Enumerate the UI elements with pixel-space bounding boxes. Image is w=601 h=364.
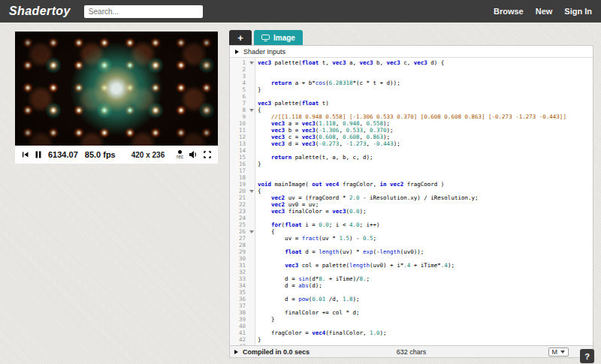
code-line: 27 uv = fract(uv * 1.5) - 0.5;	[230, 235, 593, 242]
code-line: 40	[230, 323, 593, 329]
code-line: 42}	[230, 336, 593, 343]
fold-gutter	[248, 66, 255, 73]
code-line: 21 vec2 uv = (fragCoord * 2.0 - iResolut…	[230, 194, 593, 201]
line-number: 15	[230, 154, 248, 161]
line-number: 17	[230, 167, 248, 174]
code-text: vec3 a = vec3(1.118, 0.948, 0.558);	[255, 120, 390, 127]
tab-add-shader-pass[interactable]: +	[229, 30, 252, 45]
nav-signin[interactable]: Sign In	[564, 7, 592, 16]
fullscreen-button[interactable]	[204, 151, 211, 158]
shader-inputs-label: Shader Inputs	[243, 48, 285, 56]
line-number: 3	[230, 73, 248, 80]
fold-gutter	[248, 113, 255, 120]
fold-gutter	[248, 161, 255, 167]
rewind-button[interactable]	[22, 151, 29, 158]
logo[interactable]: Shadertoy	[9, 5, 71, 18]
line-number: 37	[230, 302, 248, 309]
code-text: return a + b*cos(6.28318*(c * t + d));	[255, 80, 400, 86]
code-line: 6	[230, 93, 593, 100]
fold-gutter	[248, 336, 255, 343]
volume-button[interactable]	[189, 151, 198, 158]
fold-gutter	[248, 329, 255, 336]
code-line: 17	[230, 167, 593, 174]
code-text	[255, 289, 258, 296]
code-line: 34 d = abs(d);	[230, 282, 593, 289]
line-number: 10	[230, 120, 248, 127]
help-button[interactable]: ?	[580, 349, 594, 363]
code-line: 30	[230, 255, 593, 262]
line-number: 30	[230, 255, 248, 262]
code-text	[255, 73, 258, 80]
editor-panel: + Image Shader Inputs 1vec3 palette(floa…	[229, 30, 593, 358]
fold-gutter	[248, 235, 255, 242]
code-line: 22 vec2 uv0 = uv;	[230, 201, 593, 208]
fold-gutter[interactable]	[248, 59, 255, 66]
line-number: 33	[230, 275, 248, 282]
fold-gutter	[248, 127, 255, 134]
pause-button[interactable]	[35, 151, 41, 158]
code-text: vec3 d = vec3(-0.273, -1.273, -0.443);	[255, 140, 400, 147]
code-line: 25 for(float i = 0.0; i < 4.0; i++)	[230, 221, 593, 228]
code-text: for(float i = 0.0; i < 4.0; i++)	[255, 221, 380, 228]
code-text: //[[1.118 0.948 0.558] [-1.306 0.533 0.3…	[255, 113, 566, 120]
code-line: 14	[230, 147, 593, 154]
shader-canvas[interactable]	[15, 32, 218, 146]
editor-box: Shader Inputs 1vec3 palette(float t, vec…	[229, 45, 593, 358]
fold-gutter[interactable]	[248, 188, 255, 194]
fold-gutter	[248, 147, 255, 154]
player-panel: 6134.07 85.0 fps 420 x 236 rec	[15, 32, 218, 164]
code-text	[255, 93, 258, 100]
line-number: 31	[230, 262, 248, 269]
nav-new[interactable]: New	[536, 7, 553, 16]
code-text	[255, 167, 258, 174]
record-dot-icon	[178, 150, 182, 154]
monitor-icon	[261, 35, 270, 41]
line-number: 21	[230, 194, 248, 201]
code-line: 11 vec3 b = vec3(-1.306, 0.533, 0.370);	[230, 127, 593, 134]
line-number: 25	[230, 221, 248, 228]
search-input[interactable]	[84, 5, 203, 18]
mode-select[interactable]: M	[548, 347, 569, 356]
header-nav: Browse New Sign In	[494, 7, 592, 16]
code-text	[255, 215, 258, 221]
line-number: 34	[230, 282, 248, 289]
code-text: vec2 uv = (fragCoord * 2.0 - iResolution…	[255, 194, 479, 201]
line-number: 29	[230, 248, 248, 255]
fold-gutter[interactable]	[248, 107, 255, 113]
tab-image[interactable]: Image	[254, 30, 303, 45]
code-text: vec3 palette(float t, vec3 a, vec3 b, ve…	[255, 59, 444, 66]
line-number: 38	[230, 309, 248, 316]
code-lines: 1vec3 palette(float t, vec3 a, vec3 b, v…	[230, 59, 593, 345]
shader-inputs-toggle[interactable]: Shader Inputs	[230, 46, 593, 58]
code-line: 9 //[[1.118 0.948 0.558] [-1.306 0.533 0…	[230, 113, 593, 120]
code-line: 20{	[230, 188, 593, 194]
nav-browse[interactable]: Browse	[494, 7, 524, 16]
record-button[interactable]: rec	[177, 150, 183, 160]
compile-arrow-icon[interactable]	[234, 350, 238, 354]
code-line: 28	[230, 242, 593, 248]
mode-select-value: M	[552, 348, 558, 356]
code-text: }	[255, 161, 261, 167]
line-number: 22	[230, 201, 248, 208]
fold-marker-icon	[249, 230, 254, 233]
line-number: 42	[230, 336, 248, 343]
fold-gutter[interactable]	[248, 228, 255, 235]
fps-counter: 85.0 fps	[85, 150, 116, 159]
code-line: 35	[230, 289, 593, 296]
code-line: 29 float d = length(uv) * exp(-length(uv…	[230, 248, 593, 255]
code-line: 19void mainImage( out vec4 fragColor, in…	[230, 181, 593, 188]
line-number: 39	[230, 316, 248, 323]
record-label: rec	[177, 155, 183, 160]
code-editor[interactable]: 1vec3 palette(float t, vec3 a, vec3 b, v…	[230, 58, 593, 345]
player-right-icons: rec	[177, 150, 211, 160]
fold-gutter	[248, 302, 255, 309]
fold-gutter	[248, 296, 255, 302]
line-number: 19	[230, 181, 248, 188]
fold-gutter	[248, 221, 255, 228]
line-number: 28	[230, 242, 248, 248]
line-number: 41	[230, 329, 248, 336]
code-text: vec3 c = vec3(0.608, 0.608, 0.863);	[255, 134, 390, 140]
line-number: 2	[230, 66, 248, 73]
code-text	[255, 302, 258, 309]
compile-status: Compiled in 0.0 secs	[243, 348, 310, 356]
